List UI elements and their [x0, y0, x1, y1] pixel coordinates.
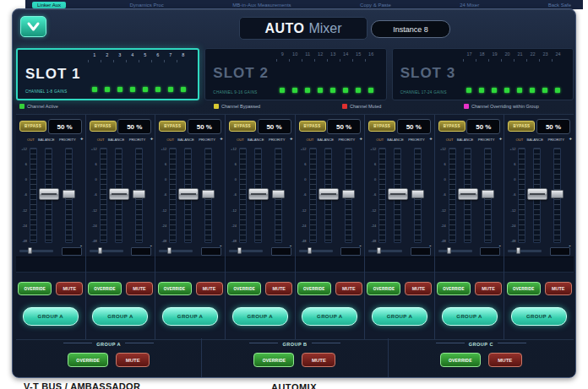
- channel-led-cell: [501, 88, 514, 93]
- override-button[interactable]: OVERRIDE: [367, 282, 400, 295]
- group-override-button[interactable]: OVERRIDE: [253, 353, 294, 367]
- group-override-button[interactable]: OVERRIDE: [68, 353, 108, 367]
- override-button[interactable]: OVERRIDE: [297, 282, 331, 295]
- priority-slider-handle[interactable]: [342, 190, 355, 198]
- slot-channel-number: 14: [340, 52, 352, 57]
- group-mute-button[interactable]: MUTE: [488, 353, 522, 367]
- gain-value-display[interactable]: 50 %: [536, 119, 570, 134]
- mute-button[interactable]: MUTE: [56, 282, 83, 295]
- override-button[interactable]: OVERRIDE: [227, 282, 261, 295]
- mini-slider-track[interactable]: [159, 250, 193, 252]
- bypass-button[interactable]: BYPASS: [299, 121, 326, 132]
- mini-slider-handle[interactable]: [516, 247, 520, 254]
- collapse-button[interactable]: [20, 16, 46, 37]
- priority-slider-handle[interactable]: [133, 190, 145, 198]
- host-tab[interactable]: Back Safe: [543, 2, 576, 8]
- bypass-button[interactable]: BYPASS: [19, 121, 46, 132]
- group-assign-button[interactable]: GROUP A: [232, 307, 288, 326]
- slot-channel-number: 1: [88, 53, 101, 58]
- host-tab[interactable]: MB-in-Aux Measurements: [227, 2, 296, 8]
- slot-channel-number: 22: [526, 52, 539, 57]
- balance-fader-handle[interactable]: [527, 188, 547, 200]
- group-assign-button[interactable]: GROUP A: [23, 307, 79, 326]
- override-button[interactable]: OVERRIDE: [88, 282, 122, 295]
- host-tab[interactable]: 24 Mixer: [455, 2, 484, 8]
- group-mute-button[interactable]: MUTE: [302, 353, 335, 367]
- mute-button[interactable]: MUTE: [265, 282, 292, 295]
- host-tab[interactable]: Dynamics Proc: [124, 2, 168, 8]
- gain-value-display[interactable]: 50 %: [117, 119, 151, 134]
- db-scale-label: -24: [157, 224, 167, 228]
- mini-slider-track[interactable]: [19, 250, 53, 252]
- instance-selector[interactable]: Instance 8: [371, 20, 450, 38]
- group-assign-button[interactable]: GROUP A: [442, 307, 498, 326]
- balance-fader-handle[interactable]: [318, 188, 339, 200]
- mute-button[interactable]: MUTE: [405, 282, 432, 295]
- gain-value-display[interactable]: 50 %: [258, 119, 291, 134]
- mini-slider-handle[interactable]: [28, 247, 32, 254]
- mini-slider-handle[interactable]: [377, 247, 381, 254]
- db-scale-label: 6: [367, 163, 377, 166]
- mini-slider-track[interactable]: [508, 250, 542, 252]
- override-button[interactable]: OVERRIDE: [18, 282, 52, 295]
- gain-value-display[interactable]: 50 %: [397, 119, 431, 134]
- host-tab[interactable]: Linker Aux: [32, 2, 66, 8]
- bypass-button[interactable]: BYPASS: [438, 121, 466, 132]
- override-button[interactable]: OVERRIDE: [437, 282, 471, 295]
- bypass-button[interactable]: BYPASS: [159, 121, 186, 132]
- priority-slider-handle[interactable]: [482, 190, 494, 198]
- mini-slider-handle[interactable]: [167, 247, 172, 254]
- balance-fader-handle[interactable]: [248, 188, 269, 200]
- priority-slider-handle[interactable]: [551, 190, 564, 198]
- slot-panel[interactable]: 1718192021222324 SLOT 3 CHANNEL 17-24 GA…: [392, 48, 574, 100]
- balance-fader-handle[interactable]: [388, 188, 408, 200]
- group-assign-button[interactable]: GROUP A: [372, 307, 427, 326]
- bypass-button[interactable]: BYPASS: [90, 121, 117, 132]
- balance-fader-handle[interactable]: [39, 188, 59, 200]
- channel-led-cell: [302, 88, 314, 93]
- balance-fader-handle[interactable]: [109, 188, 129, 200]
- gain-value-display[interactable]: 50 %: [327, 119, 361, 134]
- host-tab[interactable]: Copy & Paste: [355, 2, 396, 8]
- group-assign-button[interactable]: GROUP A: [162, 307, 218, 326]
- channel-active-led: [479, 88, 484, 93]
- mini-slider-handle[interactable]: [98, 247, 102, 254]
- mini-slider-track[interactable]: [90, 250, 123, 252]
- bypass-button[interactable]: BYPASS: [508, 121, 535, 132]
- mini-slider-handle[interactable]: [308, 247, 312, 254]
- out-label: OUT: [97, 138, 105, 142]
- mute-button[interactable]: MUTE: [335, 282, 362, 295]
- mini-slider-track[interactable]: [438, 250, 472, 252]
- mute-button[interactable]: MUTE: [196, 282, 223, 295]
- mini-slider-handle[interactable]: [237, 247, 242, 254]
- override-button[interactable]: OVERRIDE: [507, 282, 541, 295]
- bypass-button[interactable]: BYPASS: [229, 121, 256, 132]
- priority-slider-handle[interactable]: [63, 190, 75, 198]
- mute-button[interactable]: MUTE: [126, 282, 153, 295]
- bypass-button[interactable]: BYPASS: [368, 121, 395, 132]
- balance-fader-handle[interactable]: [178, 188, 199, 200]
- mini-slider-track[interactable]: [368, 250, 402, 252]
- slot-panel[interactable]: 12345678 SLOT 1 CHANNEL 1-8 GAINS: [16, 48, 199, 100]
- group-override-button[interactable]: OVERRIDE: [440, 353, 481, 367]
- slot-panel[interactable]: 910111213141516 SLOT 2 CHANNEL 9-16 GAIN…: [204, 48, 386, 100]
- priority-slider-handle[interactable]: [272, 190, 285, 198]
- group-mute-button[interactable]: MUTE: [116, 353, 150, 367]
- priority-slider-handle[interactable]: [411, 190, 424, 198]
- balance-fader-handle[interactable]: [458, 188, 478, 200]
- channel-led-cell: [552, 88, 564, 93]
- priority-slider-handle[interactable]: [202, 190, 215, 198]
- gain-value-display[interactable]: 50 %: [48, 119, 82, 134]
- override-button[interactable]: OVERRIDE: [158, 282, 192, 295]
- mute-button[interactable]: MUTE: [545, 282, 572, 295]
- mini-slider-track[interactable]: [299, 250, 333, 252]
- mini-slider-handle[interactable]: [447, 247, 451, 254]
- channel-active-led: [504, 88, 509, 93]
- gain-value-display[interactable]: 50 %: [466, 119, 500, 134]
- group-assign-button[interactable]: GROUP A: [92, 307, 148, 326]
- gain-value-display[interactable]: 50 %: [188, 119, 221, 134]
- mute-button[interactable]: MUTE: [475, 282, 502, 295]
- group-assign-button[interactable]: GROUP A: [302, 307, 357, 326]
- group-assign-button[interactable]: GROUP A: [511, 307, 567, 326]
- mini-slider-track[interactable]: [229, 250, 263, 252]
